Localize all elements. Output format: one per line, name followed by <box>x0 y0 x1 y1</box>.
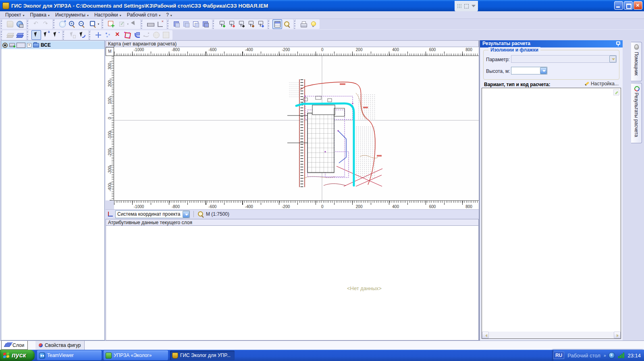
polygon-new-button[interactable] <box>172 19 181 29</box>
ruler-label: 0 <box>321 204 324 209</box>
desktop-toolbar-label[interactable]: Рабочий стол <box>567 353 600 359</box>
menu-bar: Проект Правка Инструменты Настройки Рабо… <box>0 11 644 19</box>
chevron-down-icon[interactable] <box>540 67 547 74</box>
pan-button[interactable] <box>58 19 67 29</box>
expand-list-icon[interactable] <box>613 89 619 95</box>
results-list[interactable] <box>482 88 621 339</box>
task-uprza-ecolog[interactable]: УПРЗА «Эколог» <box>104 351 168 360</box>
zoom-in-button[interactable] <box>67 19 77 29</box>
layer-check-button[interactable] <box>116 19 129 29</box>
print-layer-icon[interactable] <box>9 43 15 47</box>
horizontal-scrollbar[interactable] <box>482 332 621 338</box>
settings-link[interactable]: Настройка... <box>585 81 619 87</box>
redo-button[interactable] <box>41 19 51 29</box>
tab-layers[interactable]: Слои <box>1 341 28 350</box>
source-remove-button[interactable] <box>227 19 237 29</box>
expand-plus-box[interactable] <box>27 43 31 47</box>
chevron-more-icon[interactable]: » <box>604 353 606 358</box>
delete-button[interactable] <box>113 30 123 40</box>
select-add-button[interactable]: + <box>41 30 51 40</box>
edge-edit-button[interactable] <box>132 30 142 40</box>
source-view-button[interactable] <box>237 19 246 29</box>
toolbar-row-1 <box>0 19 644 29</box>
results-panel: Результаты расчета Изолинии и флажки Пар… <box>480 40 623 340</box>
ruler-unit-box: М <box>106 47 114 56</box>
hatch-round-button[interactable] <box>152 30 161 40</box>
layers-button[interactable] <box>15 30 25 40</box>
pin-icon[interactable] <box>616 41 620 45</box>
task-teamviewer[interactable]: TeamViewer <box>37 351 102 360</box>
spline-button[interactable] <box>142 30 152 40</box>
scroll-right-button[interactable] <box>614 332 621 338</box>
layers-tree-root-row[interactable]: ВСЕ <box>1 41 104 49</box>
layers-root-label[interactable]: ВСЕ <box>41 42 51 48</box>
cursor-assign-button[interactable] <box>77 30 87 40</box>
tab-figure-properties[interactable]: Свойства фигур <box>35 341 85 350</box>
minimize-button[interactable] <box>614 1 623 10</box>
polygon-intersect-button[interactable] <box>201 19 210 29</box>
language-indicator[interactable]: RU <box>553 352 564 359</box>
map-canvas[interactable] <box>114 56 479 200</box>
drag-grid-icon[interactable] <box>457 4 462 8</box>
teamviewer-tray-icon[interactable] <box>609 352 615 359</box>
move-button[interactable] <box>93 30 103 40</box>
menu-item-desktop[interactable]: Рабочий стол <box>124 12 163 19</box>
tab-calc-results[interactable]: Результаты расчета <box>631 83 642 143</box>
add-layer-object-button[interactable] <box>106 19 116 29</box>
coord-system-select[interactable]: Система координат проекта <box>115 210 190 218</box>
tips-button[interactable] <box>308 19 318 29</box>
parameter-select[interactable] <box>511 55 617 63</box>
print-button[interactable] <box>299 19 308 29</box>
source-move-button[interactable] <box>256 19 266 29</box>
ruler-measure-button[interactable] <box>145 19 155 29</box>
edit-nodes-button[interactable] <box>103 30 113 40</box>
scroll-left-button[interactable] <box>482 332 489 338</box>
angle-measure-button[interactable] <box>155 19 165 29</box>
polygon-add-button[interactable] <box>181 19 191 29</box>
app-window: ГИС Эколог для УПРЗА - C:\Documents and … <box>0 0 644 361</box>
source-fill-button[interactable] <box>246 19 256 29</box>
layer-color-swatch[interactable] <box>17 43 25 48</box>
teamviewer-overlay-widget[interactable] <box>455 1 478 11</box>
layers-export-button[interactable] <box>5 30 15 40</box>
chevron-down-icon[interactable] <box>472 5 476 9</box>
open-map-button[interactable] <box>5 19 15 29</box>
height-select[interactable] <box>511 67 547 74</box>
zoom-out-button[interactable] <box>77 19 87 29</box>
cursor-copy-button[interactable] <box>67 30 77 40</box>
task-gis-ecolog[interactable]: ГИС Эколог для УПР... <box>170 351 235 360</box>
folder-icon <box>33 43 39 47</box>
side-tab-strip: Помощник Результаты расчета <box>623 40 644 340</box>
tray-clock[interactable]: 23:14 <box>627 353 641 359</box>
close-button[interactable] <box>634 1 642 10</box>
network-signal-icon[interactable] <box>618 353 624 358</box>
menu-item-help[interactable]: ? <box>163 12 175 19</box>
select-remove-button[interactable]: - <box>51 30 60 40</box>
menu-item-edit[interactable]: Правка <box>27 12 53 19</box>
results-panel-title-bar[interactable]: Результаты расчета <box>480 40 623 47</box>
tab-assistant[interactable]: Помощник <box>631 42 642 81</box>
polygon-edit-button[interactable] <box>123 30 132 40</box>
calc-grid-button[interactable] <box>272 19 282 29</box>
save-world-button[interactable] <box>15 19 25 29</box>
source-add-button[interactable] <box>217 19 227 29</box>
title-bar[interactable]: ГИС Эколог для УПРЗА - C:\Documents and … <box>0 0 644 11</box>
ruler-label: -400 <box>108 180 112 194</box>
polygon-subtract-button[interactable] <box>191 19 201 29</box>
chevron-down-icon <box>609 56 616 62</box>
menu-item-project[interactable]: Проект <box>2 12 27 19</box>
layer-pick-button[interactable] <box>129 19 139 29</box>
chevron-down-icon[interactable] <box>183 211 189 218</box>
fullscreen-icon[interactable] <box>464 4 469 8</box>
undo-button[interactable] <box>31 19 41 29</box>
visibility-eye-icon[interactable] <box>2 43 8 48</box>
search-zoom-button[interactable] <box>282 19 292 29</box>
hatch-rect-button[interactable] <box>161 30 171 40</box>
restore-button[interactable] <box>624 1 633 10</box>
start-button[interactable]: пуск <box>0 350 35 361</box>
menu-item-settings[interactable]: Настройки <box>91 12 124 19</box>
menu-item-tools[interactable]: Инструменты <box>52 12 91 19</box>
select-cursor-button[interactable] <box>31 30 41 40</box>
zoom-extent-button[interactable] <box>87 19 100 29</box>
spline-icon <box>143 32 150 38</box>
